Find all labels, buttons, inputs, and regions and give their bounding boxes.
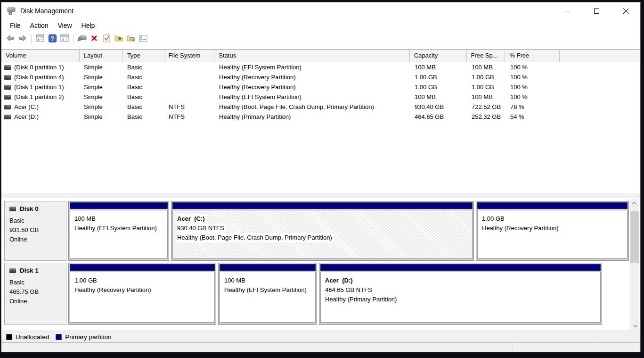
forward-arrow-icon — [18, 34, 27, 44]
table-row[interactable]: Acer (C:)SimpleBasicNTFSHealthy (Boot, P… — [1, 102, 640, 112]
partition-box[interactable]: 100 MBHealthy (EFI System Partition) — [218, 263, 317, 325]
column-header-capacity[interactable]: Capacity — [410, 50, 467, 62]
maximize-button[interactable] — [582, 2, 611, 19]
menu-item-view[interactable]: View — [53, 20, 76, 31]
disk-label-0[interactable]: Disk 0Basic931.50 GBOnline — [4, 201, 66, 261]
cell-type: Basic — [123, 83, 164, 91]
close-button[interactable] — [611, 2, 640, 19]
partition-title: Acer (C:) — [177, 214, 207, 224]
disk-name: Disk 0 — [9, 205, 63, 212]
volume-drive-icon — [4, 65, 11, 70]
menu-item-help[interactable]: Help — [77, 20, 100, 31]
scrollbar-thumb[interactable] — [630, 211, 639, 263]
show-action-pane-button[interactable] — [58, 33, 71, 45]
volume-label: Acer (D:) — [14, 113, 39, 120]
help-button[interactable]: ? — [46, 33, 58, 45]
show-console-tree-button[interactable] — [34, 33, 46, 45]
cell-volume: (Disk 0 partition 1) — [1, 64, 80, 71]
chevron-down-icon — [633, 323, 638, 327]
folder-search-icon — [127, 34, 135, 44]
back-arrow-button[interactable] — [4, 33, 16, 45]
column-header-layout[interactable]: Layout — [80, 50, 123, 62]
cell-capacity: 930.40 GB — [410, 103, 467, 110]
column-header-blank[interactable] — [560, 50, 640, 62]
cell-status: Healthy (Primary Partition) — [215, 113, 410, 120]
menu-item-file[interactable]: File — [5, 20, 25, 31]
legend-label: Unallocated — [16, 333, 49, 341]
column-header--free[interactable]: % Free — [505, 50, 560, 62]
partition-size: 100 MB — [74, 214, 167, 224]
cell-status: Healthy (Recovery Partition) — [215, 83, 410, 91]
status-bar-divider — [592, 344, 592, 351]
cell-fs: NTFS — [164, 103, 215, 110]
partition-color-bar — [70, 264, 215, 271]
table-row[interactable]: Acer (D:)SimpleBasicNTFSHealthy (Primary… — [1, 112, 640, 122]
legend-bar: UnallocatedPrimary partition — [1, 331, 640, 343]
disk-row-1: Disk 1Basic465.75 GBOnline1.00 GBHealthy… — [4, 263, 604, 325]
delete-volume-button[interactable] — [88, 33, 100, 45]
partition-body: 100 MBHealthy (EFI System Partition) — [70, 210, 168, 258]
cell-layout: Simple — [80, 64, 123, 71]
disk-partitions: 100 MBHealthy (EFI System Partition)Acer… — [68, 201, 631, 261]
check-document-button[interactable] — [100, 33, 113, 45]
legend-item-0: Unallocated — [6, 333, 49, 341]
disk-management-window: Disk Management FileActionViewHelp ? Vol… — [1, 2, 641, 352]
column-header-type[interactable]: Type — [123, 50, 164, 62]
partition-box[interactable]: Acer (D:)464.65 GB NTFSHealthy (Primary … — [319, 263, 602, 325]
table-row[interactable]: (Disk 1 partition 1)SimpleBasicHealthy (… — [1, 82, 640, 92]
check-document-icon — [103, 34, 110, 44]
table-row[interactable]: (Disk 0 partition 4)SimpleBasicHealthy (… — [1, 72, 640, 82]
cell-type: Basic — [123, 103, 164, 110]
disk-graph-pane: Disk 0Basic931.50 GBOnline100 MBHealthy … — [1, 198, 640, 331]
cell-layout: Simple — [80, 83, 123, 91]
vertical-scrollbar[interactable] — [630, 199, 639, 330]
table-row[interactable]: (Disk 0 partition 1)SimpleBasicHealthy (… — [1, 62, 640, 72]
column-header-status[interactable]: Status — [214, 50, 409, 62]
toolbar-separator — [73, 34, 73, 44]
help-icon: ? — [49, 34, 57, 44]
menu-item-action[interactable]: Action — [25, 20, 53, 31]
legend-swatch — [56, 334, 62, 340]
cell-free: 1.00 GB — [467, 83, 506, 91]
partition-box[interactable]: 1.00 GBHealthy (Recovery Partition) — [68, 263, 216, 325]
partition-status: Healthy (EFI System Partition) — [74, 224, 167, 233]
partition-box[interactable]: 1.00 GBHealthy (Recovery Partition) — [476, 201, 629, 261]
rescan-drive-button[interactable] — [76, 33, 88, 45]
partition-body: Acer (C:)930.40 GB NTFSHealthy (Boot, Pa… — [172, 210, 473, 258]
volume-label: (Disk 0 partition 4) — [14, 74, 64, 81]
scroll-down-button[interactable] — [630, 321, 639, 330]
column-header-file-system[interactable]: File System — [164, 50, 215, 62]
svg-text:?: ? — [50, 35, 54, 42]
cell-free: 100 MB — [467, 64, 506, 71]
window-title: Disk Management — [20, 7, 73, 15]
cell-capacity: 1.00 GB — [410, 83, 467, 91]
folder-up-button[interactable] — [113, 33, 125, 45]
partition-status: Healthy (EFI System Partition) — [224, 285, 315, 295]
volume-label: (Disk 1 partition 1) — [14, 83, 64, 91]
delete-volume-icon — [90, 34, 98, 44]
scroll-up-button[interactable] — [630, 199, 639, 208]
partition-box[interactable]: Acer (C:)930.40 GB NTFSHealthy (Boot, Pa… — [171, 201, 474, 261]
disk-label-1[interactable]: Disk 1Basic465.75 GBOnline — [4, 263, 66, 325]
table-row[interactable]: (Disk 1 partition 2)SimpleBasicHealthy (… — [1, 92, 640, 102]
properties-list-icon — [139, 35, 147, 44]
cell-type: Basic — [123, 64, 164, 71]
forward-arrow-button[interactable] — [16, 33, 29, 45]
folder-up-icon — [114, 34, 123, 44]
column-header-free-sp-[interactable]: Free Sp... — [467, 50, 505, 62]
minimize-button[interactable] — [553, 2, 582, 19]
volume-drive-icon — [4, 85, 11, 90]
legend-item-1: Primary partition — [56, 333, 111, 341]
cell-status: Healthy (EFI System Partition) — [215, 93, 410, 100]
legend-label: Primary partition — [65, 333, 111, 341]
properties-list-button[interactable] — [137, 33, 149, 45]
cell-capacity: 100 MB — [410, 93, 467, 100]
partition-size: 464.65 GB NTFS — [325, 285, 600, 295]
cell-status: Healthy (Recovery Partition) — [215, 74, 410, 81]
pane-splitter[interactable] — [1, 193, 640, 198]
partition-color-bar — [220, 264, 316, 271]
column-header-volume[interactable]: Volume — [1, 50, 80, 62]
partition-box[interactable]: 100 MBHealthy (EFI System Partition) — [68, 201, 169, 261]
folder-search-button[interactable] — [125, 33, 137, 45]
cell-free: 252.32 GB — [467, 113, 506, 120]
